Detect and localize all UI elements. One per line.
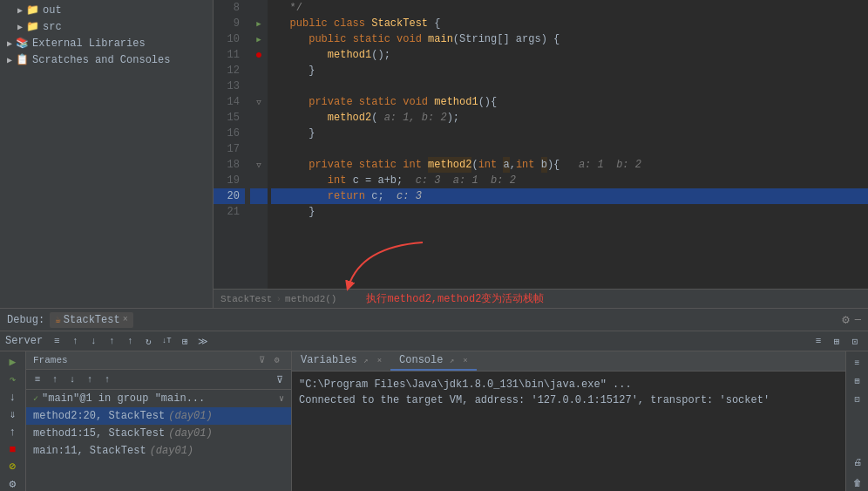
frame-day-method1: (day01): [168, 427, 212, 440]
right-menu-icon[interactable]: ≡: [810, 333, 826, 349]
sidebar-item-src[interactable]: ▶ 📁 src: [0, 18, 213, 35]
rt-btn-2[interactable]: ⊞: [850, 373, 865, 389]
right-more-icon[interactable]: ⊡: [847, 333, 863, 349]
frames-toolbar: ≡ ↑ ↓ ↑ ↑ ⊽: [26, 370, 291, 390]
line-num-10: 10: [214, 31, 245, 47]
arrow-icon: ▶: [17, 5, 23, 16]
console-line-2: Connected to the target VM, address: '12…: [299, 392, 838, 408]
frames-icon[interactable]: ⊞: [177, 333, 193, 349]
frame-day-method2: (day01): [168, 410, 212, 422]
code-line-13: [271, 78, 868, 94]
code-line-18: private static int method2(int a,int b){…: [271, 157, 868, 173]
more-icon[interactable]: ≫: [195, 333, 211, 349]
right-expand-icon[interactable]: ⊞: [829, 333, 844, 349]
frames-filter-icon[interactable]: ⊽: [254, 353, 268, 367]
step-over-icon[interactable]: ↑: [67, 333, 83, 349]
gutter: ▶ ▶ ● ▽ ▽: [250, 0, 268, 289]
debug-file-tab[interactable]: ☕ StackTest ×: [50, 312, 132, 328]
gutter-8: [250, 0, 268, 16]
step-over-btn[interactable]: ↷: [3, 372, 23, 386]
frames-settings-icon[interactable]: ⚙: [270, 353, 284, 367]
frame-name-method2: method2:20, StackTest: [33, 410, 165, 422]
rt-btn-clean[interactable]: 🗑: [850, 475, 865, 491]
gutter-19: [250, 173, 268, 188]
frames-down-icon[interactable]: ↓: [64, 372, 80, 387]
debug-file-icon: ☕: [55, 314, 61, 325]
line-num-15: 15: [214, 110, 245, 126]
gutter-11: ●: [250, 47, 268, 63]
gutter-13: [250, 78, 268, 94]
alt-icon[interactable]: ↓T: [159, 333, 174, 349]
code-line-17: [271, 141, 868, 157]
arrow-icon: ▶: [7, 55, 12, 65]
frames-up-icon[interactable]: ↑: [47, 372, 63, 387]
gutter-17: [250, 141, 268, 157]
rt-btn-print[interactable]: 🖨: [850, 454, 865, 470]
top-area: ▶ 📁 out ▶ 📁 src ▶ 📚 External Libraries ▶…: [0, 0, 868, 308]
stop-btn[interactable]: ■: [3, 442, 23, 456]
step-into-btn[interactable]: ↓: [3, 390, 23, 404]
step-out-btn[interactable]: ↑: [3, 425, 23, 439]
line-num-18: 18: [214, 157, 245, 173]
force-step-into-btn[interactable]: ⇓: [3, 407, 23, 421]
frame-name: "main"@1 in group "main...: [42, 392, 205, 405]
server-toolbar: Server ≡ ↑ ↓ ↑ ↑ ↻ ↓T ⊞ ≫ ≡ ⊞ ⊡: [0, 331, 868, 351]
frames-filter2-icon[interactable]: ⊽: [272, 372, 288, 387]
code-line-10: public static void main(String[] args) {: [271, 31, 868, 47]
console-close-icon[interactable]: ×: [463, 357, 467, 365]
breadcrumb-method: method2(): [285, 294, 336, 304]
frames-thread-icon[interactable]: ≡: [30, 372, 45, 387]
debug-panel: Debug: ☕ StackTest × ⚙ — Server ≡ ↑ ↓ ↑ …: [0, 308, 868, 491]
evaluate-icon[interactable]: ↻: [140, 333, 156, 349]
tab-console[interactable]: Console ↗ ×: [390, 351, 477, 371]
frames-header-label: Frames: [33, 355, 68, 365]
gutter-15: [250, 110, 268, 126]
menu-icon[interactable]: ≡: [49, 333, 64, 349]
server-label: Server: [5, 335, 43, 347]
debug-tab-close[interactable]: ×: [123, 315, 128, 324]
rt-btn-1[interactable]: ≡: [850, 355, 865, 371]
mute-btn[interactable]: ⊘: [3, 460, 23, 474]
gutter-16: [250, 126, 268, 141]
line-num-19: 19: [214, 173, 245, 188]
right-toolbar: ≡ ⊞ ⊡ 🖨 🗑: [845, 351, 868, 491]
step-into-icon[interactable]: ↓: [85, 333, 101, 349]
sidebar-item-scratches[interactable]: ▶ 📋 Scratches and Consoles: [0, 51, 213, 68]
frame-item-method2[interactable]: method2:20, StackTest (day01): [26, 407, 291, 425]
console-line-1: "C:\Program Files\Java\jdk1.8.0_131\bin\…: [299, 377, 838, 392]
gutter-12: [250, 63, 268, 78]
sidebar-item-label: External Libraries: [32, 38, 146, 50]
line-num-14: 14: [214, 94, 245, 110]
breadcrumb-row: StackTest › method2() 执行method2,method2变…: [214, 289, 868, 308]
debug-settings-icon[interactable]: ⚙: [842, 312, 849, 327]
sidebar-item-out[interactable]: ▶ 📁 out: [0, 2, 213, 18]
frame-item-method1[interactable]: method1:15, StackTest (day01): [26, 425, 291, 442]
breadcrumb: StackTest › method2() 执行method2,method2变…: [214, 289, 868, 308]
line-num-9: 9: [214, 16, 245, 31]
resume-btn[interactable]: ▶: [3, 355, 23, 369]
variables-close-icon[interactable]: ×: [377, 357, 382, 365]
debug-minimize-icon[interactable]: —: [855, 314, 861, 326]
frame-check-icon: ✓: [33, 393, 38, 404]
step-out-icon[interactable]: ↑: [104, 333, 119, 349]
sidebar-item-external-libraries[interactable]: ▶ 📚 External Libraries: [0, 35, 213, 51]
arrow-icon: ▶: [17, 22, 23, 32]
rt-btn-3[interactable]: ⊡: [850, 392, 865, 407]
arrow-icon: ▶: [7, 38, 12, 49]
sidebar-item-label: out: [43, 4, 62, 17]
frame-item-main[interactable]: main:11, StackTest (day01): [26, 442, 291, 460]
line-num-11: 11: [214, 47, 245, 63]
frame-item-main-thread[interactable]: ✓ "main"@1 in group "main... ∨: [26, 390, 291, 407]
frames-jump2-icon[interactable]: ↑: [99, 372, 115, 387]
settings-btn[interactable]: ⚙: [3, 477, 23, 491]
frames-list: ✓ "main"@1 in group "main... ∨ method2:2…: [26, 390, 291, 491]
frames-panel-header: Frames ⊽ ⚙: [26, 351, 291, 370]
gutter-18: ▽: [250, 157, 268, 173]
line-num-16: 16: [214, 126, 245, 141]
panel-header-buttons: ⊽ ⚙: [254, 353, 284, 367]
tab-variables[interactable]: Variables ↗ ×: [292, 351, 390, 371]
line-num-13: 13: [214, 78, 245, 94]
code-line-21: }: [271, 204, 868, 220]
frames-jump-icon[interactable]: ↑: [82, 372, 98, 387]
run-cursor-icon[interactable]: ↑: [122, 333, 138, 349]
